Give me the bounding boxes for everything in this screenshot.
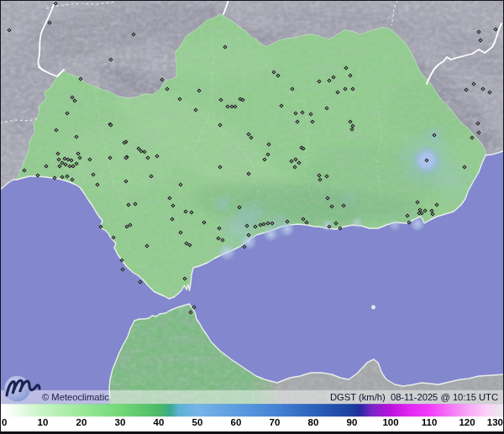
svg-text:60: 60 xyxy=(231,417,242,427)
svg-text:50: 50 xyxy=(192,417,203,427)
svg-text:80: 80 xyxy=(308,417,319,427)
svg-text:0: 0 xyxy=(2,417,7,427)
svg-text:110: 110 xyxy=(422,417,438,427)
svg-text:DGST (km/h) 08-11-2025 @ 10:1: DGST (km/h) 08-11-2025 @ 10:15 UTC xyxy=(330,392,498,402)
svg-text:90: 90 xyxy=(347,417,358,427)
svg-text:130: 130 xyxy=(487,417,503,427)
svg-text:120: 120 xyxy=(459,417,475,427)
svg-text:20: 20 xyxy=(76,417,87,427)
svg-text:100: 100 xyxy=(382,417,398,427)
svg-text:10: 10 xyxy=(38,417,49,427)
svg-text:30: 30 xyxy=(115,417,126,427)
svg-text:© Meteoclimatic: © Meteoclimatic xyxy=(42,392,109,402)
svg-text:70: 70 xyxy=(270,417,281,427)
svg-text:40: 40 xyxy=(154,417,165,427)
